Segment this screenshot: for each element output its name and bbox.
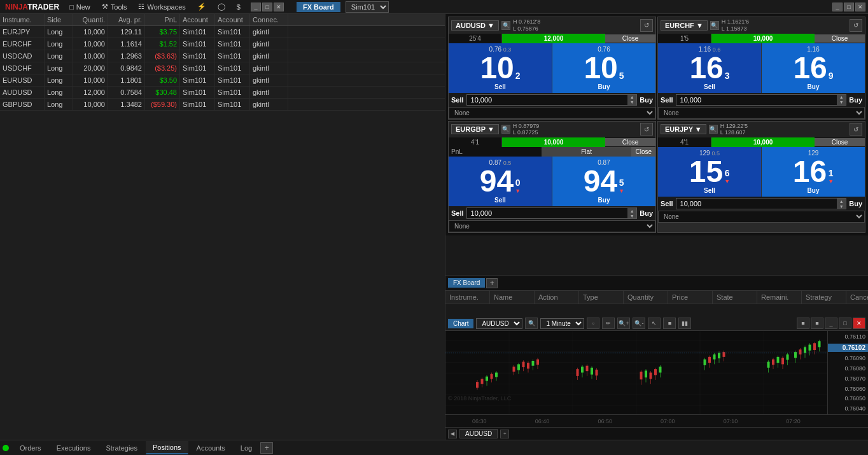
qty-up-btn[interactable]: ▲ [837,199,846,204]
tab-log[interactable]: Log [234,442,259,454]
fx-refresh-btn[interactable]: ↺ [640,123,653,136]
fx-none-dropdown[interactable]: None [658,211,865,223]
fx-sell-box[interactable]: 0.76 0.3 10 2 Sell [449,43,552,93]
table-row[interactable]: EURUSD Long 10,000 1.1801 $3.50 Sim101 S… [0,74,445,87]
tab-accounts[interactable]: Accounts [190,442,232,454]
tab-orders[interactable]: Orders [13,442,48,454]
menu-item-plugin2[interactable]: ◯ [213,1,230,12]
orders-th-type: Type [579,291,624,304]
chart-zoom-out-btn[interactable]: 🔍- [633,318,645,329]
fx-search-btn[interactable]: 🔍 [501,125,510,134]
qty-down-btn[interactable]: ▼ [627,213,636,218]
chart-max-btn[interactable]: □ [839,318,851,329]
qty-down-btn[interactable]: ▼ [837,204,846,209]
fx-buy-box[interactable]: 129 16 1 ▼ Buy [762,147,865,197]
chart-symbol-select[interactable]: AUDUSD [476,318,522,329]
tab-strategies[interactable]: Strategies [99,442,144,454]
tab-executions[interactable]: Executions [50,442,98,454]
fx-search-btn[interactable]: 🔍 [501,21,510,30]
fx-tiles-section: AUDUSD ▼ 🔍 H 0.7612'8L 0.75876 ↺ 25'4 12… [445,14,868,275]
minimize-btn[interactable]: _ [251,3,261,11]
qty-down-btn[interactable]: ▼ [837,100,846,105]
fx-close-container: Close [605,137,655,147]
close-btn[interactable]: ✕ [274,3,284,11]
fx-dropdown-row: None [449,107,655,119]
restore-btn-right[interactable]: □ [844,3,854,11]
sim-account-selector[interactable]: Sim101 [346,1,389,13]
menu-item-workspaces[interactable]: ☷ Workspaces [133,1,190,12]
td-instrument: EURJPY [0,26,45,38]
menu-item-plugin1[interactable]: ⚡ [192,1,211,12]
chart-win-btn2[interactable]: ■ [811,318,823,329]
chart-prop-btn[interactable]: ■ [663,318,676,329]
fx-buy-box[interactable]: 1.16 16 9 Buy [762,43,865,93]
qty-up-btn[interactable]: ▲ [837,95,846,100]
fx-qty-center: 10,000 [711,137,815,147]
menu-item-new[interactable]: □ New [64,2,95,12]
td-quantity: 10,000 [73,74,108,86]
orders-th-state: State [713,291,757,304]
fx-close-btn[interactable]: Close [605,34,655,43]
scroll-left-btn[interactable]: ◀ [448,430,457,438]
fx-buy-box[interactable]: 0.87 94 5 ▼ Buy [552,157,655,206]
fx-symbol[interactable]: EURGBP ▼ [451,124,499,134]
table-row[interactable]: EURCHF Long 10,000 1.1614 $1.52 Sim101 S… [0,38,445,50]
chart-symbol-bottom[interactable]: AUDUSD [459,429,498,438]
restore-btn[interactable]: □ [262,3,272,11]
menu-item-tools[interactable]: ⚒ Tools [97,1,132,12]
fx-symbol[interactable]: AUDUSD ▼ [451,20,499,31]
fx-symbol[interactable]: EURCHF ▼ [661,20,708,31]
add-tab-btn[interactable]: + [260,442,273,454]
fx-spinner-arrows: ▲ ▼ [837,95,846,105]
qty-down-btn[interactable]: ▼ [627,100,636,105]
fx-none-dropdown[interactable]: None [658,107,865,119]
chart-close-btn[interactable]: ✕ [853,318,865,329]
tab-positions[interactable]: Positions [146,441,188,454]
fx-close-btn[interactable]: Close [815,138,865,146]
fx-close-btn[interactable]: Close [815,34,865,43]
chart-tab[interactable]: Chart [448,319,473,328]
chart-zoom-in-btn[interactable]: 🔍+ [617,318,630,329]
fx-close-btn[interactable]: Close [605,138,655,146]
fx-symbol[interactable]: EURJPY ▼ [661,124,706,134]
fx-sell-box[interactable]: 0.87 0.5 94 0 ▼ Sell [449,157,552,206]
fx-refresh-btn[interactable]: ↺ [850,19,862,32]
close-btn-right[interactable]: ✕ [855,3,865,11]
chart-search-btn[interactable]: 🔍 [525,318,538,329]
table-row[interactable]: USDCHF Long 20,000 0.9842 ($3.25) Sim101… [0,62,445,74]
fx-sell-box[interactable]: 129 0.5 15 6 ▼ Sell [658,147,762,197]
orders-th-name: Name [490,291,535,304]
fx-sell-box[interactable]: 1.16 0.6 16 3 Sell [658,43,762,93]
fx-refresh-btn[interactable]: ↺ [640,19,653,32]
chart-win-btn1[interactable]: ■ [797,318,809,329]
qty-up-btn[interactable]: ▲ [627,95,636,100]
table-row[interactable]: USDCAD Long 10,000 1.2963 ($3.63) Sim101… [0,50,445,62]
td-account1: Sim101 [180,50,215,62]
chart-min-btn[interactable]: _ [825,318,837,329]
chart-bars-btn[interactable]: ▫ [587,318,599,329]
qty-up-btn[interactable]: ▲ [627,208,636,213]
fx-close2-btn[interactable]: Close [631,147,655,157]
table-row[interactable]: AUDUSD Long 12,000 0.7584 $30.48 Sim101 … [0,87,445,99]
chart-timeframe-select[interactable]: 1 Minute [540,318,584,329]
chart-pause-btn[interactable]: ▮▮ [678,318,691,329]
table-row[interactable]: EURJPY Long 10,000 129.11 $3.75 Sim101 S… [0,26,445,38]
add-fx-board-btn[interactable]: + [486,278,498,288]
menu-item-plugin3[interactable]: $ [232,2,246,12]
min-btn-right[interactable]: _ [832,3,843,11]
add-chart-btn[interactable]: + [500,430,509,438]
table-row[interactable]: GBPUSD Long 10,000 1.3482 ($59.30) Sim10… [0,99,445,111]
td-avgprice: 1.1801 [108,74,145,86]
chart-cursor-btn[interactable]: ↖ [648,318,661,329]
fx-board-tab[interactable]: FX Board [448,278,485,288]
fx-search-btn[interactable]: 🔍 [710,21,719,30]
fx-none-dropdown[interactable]: None [449,107,655,119]
fx-tile-header: EURCHF ▼ 🔍 H 1.1621'6L 1.15873 ↺ [658,17,865,34]
fx-buy-box[interactable]: 0.76 10 5 Buy [552,43,655,93]
fx-flat-btn[interactable]: Flat [542,147,632,157]
fx-refresh-btn[interactable]: ↺ [850,123,862,136]
chart-pencil-btn[interactable]: ✏ [602,318,615,329]
fx-pnl-row: PnL Flat Close [449,147,655,157]
fx-none-dropdown[interactable]: None [449,220,655,232]
fx-search-btn[interactable]: 🔍 [709,125,718,134]
